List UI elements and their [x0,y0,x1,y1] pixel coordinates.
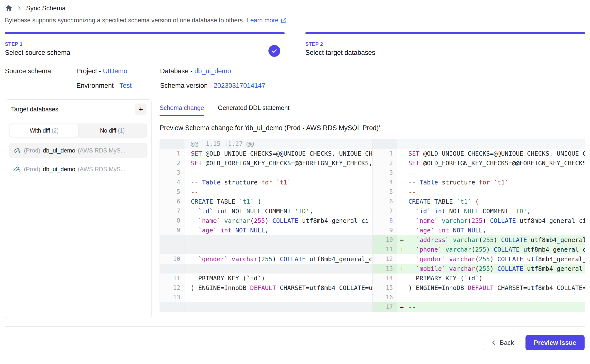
left-line-number: 10 [160,254,184,264]
left-line-number: 7 [160,206,184,216]
right-line-number: 10 [373,235,397,245]
database-environment: (Prod) [24,166,40,173]
preview-tabs: Schema changeGenerated DDL statement [160,104,585,116]
database-name: db_ui_demo [43,166,75,173]
left-line-number: 13 [160,293,184,302]
right-code-line: SET @OLD_FOREIGN_KEY_CHECKS=@@FOREIGN_KE… [397,158,585,168]
schema-version-link[interactable]: 20230317014147 [214,82,265,89]
step-1-title: Select source schema [5,49,285,57]
step-2-progress-bar [305,32,585,34]
added-line-marker: + [397,245,409,254]
left-line-number: 4 [160,178,184,187]
diff-row: 1SET @OLD_UNIQUE_CHECKS=@@UNIQUE_CHECKS,… [160,149,585,158]
right-code-line: -- [397,168,585,178]
target-databases-title: Target databases [11,106,58,113]
right-line-number: 13 [373,264,397,273]
filter-tab-label: With diff [30,127,52,134]
filter-tab-label: No diff [100,127,118,134]
mysql-icon [13,146,21,155]
right-line-number: 14 [373,273,397,283]
right-code-line: +-- [397,302,585,312]
left-line-number [160,139,184,149]
learn-more-link[interactable]: Learn more [247,17,287,24]
diff-row: 10 `gender` varchar(255) COLLATE utf8mb4… [160,254,585,264]
add-target-database-button[interactable]: + [135,104,147,115]
database-item[interactable]: (Prod)db_ui_demo(AWS RDS MyS... [9,162,148,177]
left-line-number [160,302,184,312]
left-line-number [160,264,184,273]
diff-row: 2SET @OLD_FOREIGN_KEY_CHECKS=@@FOREIGN_K… [160,158,585,168]
right-code-line: CREATE TABLE `t1` ( [397,197,585,206]
right-code-line: `gender` varchar(255) COLLATE utf8mb4_ge… [397,254,585,264]
database-instance: (AWS RDS MyS... [78,166,126,173]
right-line-number: 3 [373,168,397,178]
step-1-progress-bar [5,32,285,34]
plus-icon: + [138,105,143,113]
right-code-line: + `mobile` varchar(255) COLLATE utf8mb4_… [397,264,585,273]
diff-row: 3--3-- [160,168,585,178]
source-field-environment: Environment - Test [76,82,160,90]
database-item[interactable]: (Prod)db_ui_demo(AWS RDS MyS... [9,143,148,158]
mysql-icon [13,165,21,174]
diff-row: 7 `id` int NOT NULL COMMENT 'ID',7 `id` … [160,206,585,216]
source-field-schema-version: Schema version - 20230317014147 [160,82,265,90]
stepper: STEP 1 Select source schema STEP 2 Selec… [5,32,585,57]
left-code-line: ) ENGINE=InnoDB DEFAULT CHARSET=utf8mb4 … [184,283,373,293]
step-2-label: STEP 2 [305,41,585,47]
right-code-line: -- [397,187,585,197]
right-line-number: 11 [373,245,397,254]
step-completed-icon [268,45,280,57]
added-line-marker: + [397,264,409,273]
step-1-label: STEP 1 [5,41,285,47]
preview-issue-button[interactable]: Preview issue [525,335,585,350]
footer-divider [5,326,585,327]
right-code-line: `id` int NOT NULL COMMENT 'ID', [397,206,585,216]
filter-tab-with-diff[interactable]: With diff (2) [10,124,78,137]
right-line-number [373,139,397,149]
left-code-line: -- Table structure for `t1` [184,178,373,187]
schema-diff-viewer[interactable]: @@ -1,15 +1,27 @@1SET @OLD_UNIQUE_CHECKS… [160,139,585,312]
source-schema-summary: Source schema Project - UIDemo Database … [5,67,585,90]
project-link[interactable]: UIDemo [103,67,127,75]
left-line-number: 11 [160,273,184,283]
left-code-line [184,245,373,254]
right-line-number: 8 [373,216,397,226]
right-code-line: + `address` varchar(255) COLLATE utf8mb4… [397,235,585,245]
added-line-marker: + [397,302,409,312]
database-environment: (Prod) [24,147,40,154]
tab-generated-ddl-statement[interactable]: Generated DDL statement [218,104,290,116]
diff-row: 9 `age` int NOT NULL,9 `age` int NOT NUL… [160,226,585,235]
step-2: STEP 2 Select target databases [305,32,585,57]
left-line-number [160,235,184,245]
right-code-line: PRIMARY KEY (`id`) [397,273,585,283]
database-link[interactable]: db_ui_demo [195,67,231,75]
step-1: STEP 1 Select source schema [5,32,285,57]
page-description: Bytebase supports synchronizing a specif… [5,17,585,24]
left-line-number: 8 [160,216,184,226]
preview-title: Preview Schema change for 'db_ui_demo (P… [160,124,585,132]
sync-schema-page: Sync Schema Bytebase supports synchroniz… [0,0,590,364]
left-code-line: `age` int NOT NULL, [184,226,373,235]
left-code-line: PRIMARY KEY (`id`) [184,273,373,283]
right-line-number: 12 [373,254,397,264]
diff-row: 6CREATE TABLE `t1` (6CREATE TABLE `t1` ( [160,197,585,206]
filter-tab-no-diff[interactable]: No diff (1) [78,124,147,137]
left-code-line: SET @OLD_FOREIGN_KEY_CHECKS=@@FOREIGN_KE… [184,158,373,168]
left-code-line: `name` varchar(255) COLLATE utf8mb4_gene… [184,216,373,226]
tab-schema-change[interactable]: Schema change [160,104,204,116]
back-button[interactable]: Back [484,335,521,350]
source-schema-label: Source schema [5,67,76,75]
left-line-number [160,245,184,254]
diff-row: 12) ENGINE=InnoDB DEFAULT CHARSET=utf8mb… [160,283,585,293]
environment-link[interactable]: Test [119,82,132,89]
right-line-number: 9 [373,226,397,235]
target-database-list: (Prod)db_ui_demo(AWS RDS MyS...(Prod)db_… [5,143,151,177]
diff-hunk-header: @@ -1,15 +1,27 @@ [160,139,585,149]
left-line-number: 3 [160,168,184,178]
home-icon[interactable] [5,4,13,12]
left-line-number: 6 [160,197,184,206]
source-field-database: Database - db_ui_demo [160,67,231,75]
left-code-line [184,264,373,273]
left-code-line: -- [184,187,373,197]
diff-row: 10+ `address` varchar(255) COLLATE utf8m… [160,235,585,245]
